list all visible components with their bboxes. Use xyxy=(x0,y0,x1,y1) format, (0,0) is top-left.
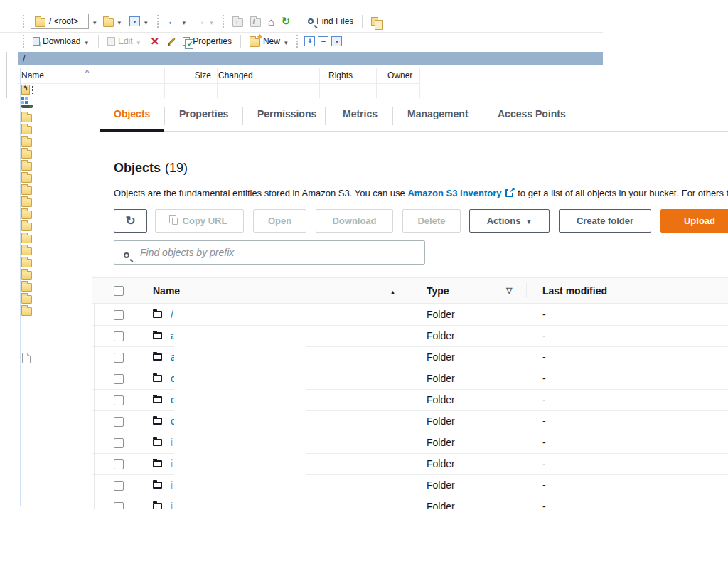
tab-metrics[interactable]: Metrics xyxy=(343,108,378,119)
chevron-down-icon[interactable] xyxy=(181,15,188,28)
chevron-down-icon[interactable] xyxy=(83,35,90,48)
row-checkbox[interactable] xyxy=(114,417,124,427)
find-files-button[interactable]: Find Files xyxy=(306,15,355,28)
object-name-link[interactable]: / xyxy=(171,309,173,320)
file-icon[interactable] xyxy=(22,353,31,363)
toolbar-grip[interactable] xyxy=(157,15,159,28)
chevron-down-icon[interactable] xyxy=(117,15,123,28)
column-header-last-modified[interactable]: Last modified xyxy=(542,285,607,297)
column-header-type[interactable]: Type xyxy=(427,285,449,297)
rename-button[interactable] xyxy=(166,36,178,47)
back-button[interactable]: ← xyxy=(165,14,190,29)
folder-icon[interactable] xyxy=(21,126,32,134)
refresh-button[interactable]: ↻ xyxy=(279,14,293,29)
row-checkbox[interactable] xyxy=(114,502,124,509)
synchronize-button[interactable] xyxy=(369,16,380,27)
folder-icon[interactable] xyxy=(21,186,32,195)
tab-bar-rule xyxy=(100,131,728,132)
panel-border-line xyxy=(16,68,16,500)
upload-label: Upload xyxy=(684,216,715,226)
toolbar-grip[interactable] xyxy=(296,35,299,48)
folder-icon[interactable] xyxy=(21,162,32,171)
folder-icon[interactable] xyxy=(21,259,32,267)
refresh-icon: ↻ xyxy=(282,15,291,28)
row-checkbox[interactable] xyxy=(114,438,124,448)
column-header-size[interactable]: Size xyxy=(181,70,211,80)
folder-icon[interactable] xyxy=(21,138,32,147)
header-rule xyxy=(18,83,419,84)
chevron-down-icon[interactable] xyxy=(143,15,149,28)
open-directory-button[interactable] xyxy=(101,14,125,29)
home-directory-button[interactable]: ⌂ xyxy=(266,14,277,29)
tab-properties[interactable]: Properties xyxy=(179,108,228,119)
tab-objects[interactable]: Objects xyxy=(114,108,150,119)
object-name-link[interactable]: i xyxy=(171,437,173,448)
column-header-owner[interactable]: Owner xyxy=(387,70,412,80)
row-checkbox[interactable] xyxy=(114,395,124,405)
forward-arrow-icon: → xyxy=(194,15,205,28)
tab-access-points[interactable]: Access Points xyxy=(498,108,566,119)
toolbar-grip[interactable] xyxy=(23,35,25,48)
row-checkbox[interactable] xyxy=(114,331,124,341)
row-checkbox[interactable] xyxy=(114,374,124,384)
filter-button[interactable] xyxy=(127,14,151,29)
download-button[interactable]: Download xyxy=(31,33,92,49)
chevron-down-icon[interactable] xyxy=(283,35,289,48)
drive-icon[interactable] xyxy=(21,97,33,109)
folder-icon xyxy=(35,18,46,27)
search-input[interactable] xyxy=(114,240,425,265)
folder-icon[interactable] xyxy=(21,114,32,122)
column-header-rights[interactable]: Rights xyxy=(328,70,353,80)
folder-icon[interactable] xyxy=(21,198,32,207)
row-checkbox[interactable] xyxy=(114,481,124,491)
folder-icon[interactable] xyxy=(21,211,32,219)
row-checkbox[interactable] xyxy=(114,353,124,363)
folder-icon[interactable] xyxy=(21,235,32,243)
folder-icon[interactable] xyxy=(21,174,32,183)
tab-permissions[interactable]: Permissions xyxy=(257,108,316,119)
file-list-header: Name Size Changed Rights Owner xyxy=(0,68,603,83)
toolbar-grip[interactable] xyxy=(23,15,25,28)
directory-combo-dropdown-icon[interactable] xyxy=(92,15,98,28)
delete-button[interactable]: × xyxy=(146,35,163,48)
row-checkbox[interactable] xyxy=(114,459,124,469)
object-name-link[interactable]: i xyxy=(171,479,173,491)
properties-button[interactable]: Properties xyxy=(181,35,234,48)
folder-icon[interactable] xyxy=(21,247,32,255)
object-name-link[interactable]: i xyxy=(171,458,173,469)
external-link-icon[interactable] xyxy=(505,189,513,197)
column-header-changed[interactable]: Changed xyxy=(218,70,253,80)
column-divider[interactable] xyxy=(419,68,420,98)
row-checkbox[interactable] xyxy=(114,310,124,320)
chevron-down-icon xyxy=(136,35,142,48)
root-directory-button: / xyxy=(248,15,263,28)
toolbar-grip[interactable] xyxy=(223,15,225,28)
folder-icon[interactable] xyxy=(21,150,32,159)
actions-button[interactable]: Actions xyxy=(469,209,550,233)
new-button[interactable]: New xyxy=(247,33,291,49)
sort-ascending-icon[interactable] xyxy=(390,285,396,297)
increase-font-button[interactable] xyxy=(304,36,315,46)
folder-icon[interactable] xyxy=(21,283,32,292)
folder-icon[interactable] xyxy=(21,223,32,231)
filter-icon[interactable] xyxy=(506,284,512,295)
object-name-link[interactable]: i xyxy=(171,501,173,509)
select-all-checkbox[interactable] xyxy=(114,286,124,296)
column-header-name[interactable]: Name xyxy=(153,285,180,297)
refresh-objects-button[interactable] xyxy=(114,209,147,233)
filter-toggle-button[interactable] xyxy=(331,36,342,46)
s3-inventory-link[interactable]: Amazon S3 inventory xyxy=(407,188,501,198)
remote-path-bar[interactable]: / xyxy=(18,52,603,65)
folder-icon[interactable] xyxy=(21,307,32,316)
decrease-font-button[interactable] xyxy=(318,36,328,46)
parent-directory-row[interactable] xyxy=(21,85,41,95)
folder-icon[interactable] xyxy=(21,295,32,304)
create-folder-button[interactable]: Create folder xyxy=(559,209,651,233)
directory-combo[interactable]: / <root> xyxy=(31,14,89,29)
object-modified: - xyxy=(542,330,546,341)
column-header-name[interactable]: Name xyxy=(21,70,44,80)
folder-icon[interactable] xyxy=(21,271,32,280)
upload-button[interactable]: Upload xyxy=(660,209,728,233)
tab-management[interactable]: Management xyxy=(407,108,469,119)
redaction-overlay xyxy=(174,328,306,509)
